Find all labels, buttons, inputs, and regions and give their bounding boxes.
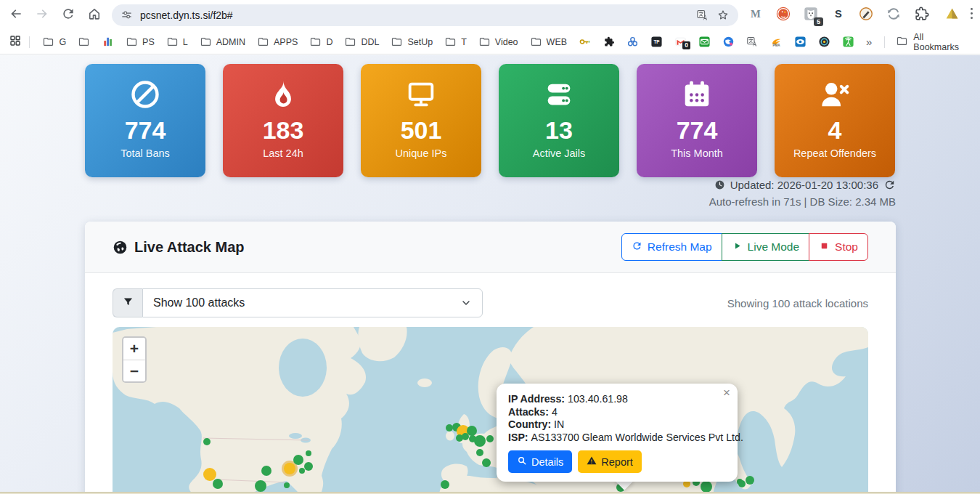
bookmark-key[interactable] [573,33,597,50]
stat-label: Total Bans [85,147,205,159]
bookmark-label: PS [142,37,155,47]
folder-icon [391,36,403,48]
bookmark-stats-favicon[interactable] [96,33,120,50]
attack-marker[interactable] [293,455,303,465]
attack-marker[interactable] [482,458,491,467]
attack-marker[interactable] [476,449,483,456]
attack-marker[interactable] [467,426,477,436]
attack-marker[interactable] [213,479,223,489]
popup-close-button[interactable]: × [723,386,730,399]
bookmark-phpmyadmin[interactable]: PMA [764,33,788,50]
forward-button[interactable] [32,5,52,25]
bookmark-puzzle[interactable] [597,33,621,50]
home-button[interactable] [84,5,105,25]
attack-marker[interactable] [701,481,712,493]
popup-button-label: Report [601,456,633,468]
mletter-icon: M [748,6,764,25]
malwarebytes-extension[interactable]: M [747,7,764,24]
attack-marker[interactable] [441,480,449,489]
address-bar[interactable]: pcsnet.dyn.ts.si/f2b# [112,4,738,26]
url-text[interactable]: pcsnet.dyn.ts.si/f2b# [140,9,689,21]
attack-marker[interactable] [304,462,313,471]
bookmark-folder-apps[interactable]: APPS [251,33,303,50]
live-mode-button[interactable]: Live Mode [722,233,810,261]
back-button[interactable] [6,5,26,25]
duckduckgo-extension[interactable] [775,7,792,24]
attack-marker[interactable] [738,480,746,487]
folder-icon [200,36,212,48]
attack-marker[interactable] [284,482,290,488]
bookmark-antenna[interactable] [836,33,860,50]
bookmark-folder-setup[interactable]: SetUp [385,33,438,50]
attack-marker[interactable] [203,438,211,445]
report-button[interactable]: Report [578,450,642,473]
stop-button[interactable]: Stop [809,233,868,261]
panel-title-text: Live Attack Map [134,239,245,256]
apps-grid-button[interactable] [7,34,23,50]
bookmark-star-icon[interactable] [716,9,730,22]
status-area: Updated: 2026-01-20 13:00:36 Auto-refres… [709,179,896,208]
bookmark-eye[interactable] [788,33,812,50]
refresh-data-icon[interactable] [883,179,896,191]
forward-icon [35,7,49,24]
attack-marker[interactable] [255,480,266,492]
bookmarks-overflow-button[interactable]: » [860,36,878,48]
pen-icon [858,6,874,25]
bookmark-folder-web[interactable]: WEB [524,33,573,50]
puzzledark-icon [603,36,615,48]
bookmark-gmail[interactable]: 0 [669,33,693,50]
puzzleoutline-icon [913,6,929,25]
browser-menu-button[interactable] [964,6,979,25]
translate-icon[interactable] [696,9,709,22]
attack-marker[interactable] [299,468,305,474]
bookmark-folder-t[interactable]: T [438,33,473,50]
bookmark-folder-d[interactable]: D [303,33,338,50]
tbird-icon [722,36,735,48]
action-label: Live Mode [748,240,800,254]
attack-marker[interactable] [746,476,754,485]
bookmark-rings[interactable] [621,33,645,50]
bookmark-mail[interactable] [693,33,716,50]
bookmark-label: ADMIN [216,37,245,47]
bookmark-folder-ps[interactable]: PS [120,33,160,50]
attack-marker[interactable] [261,466,271,476]
all-bookmarks-button[interactable]: All Bookmarks [891,32,973,52]
bookmark-folder-admin[interactable]: ADMIN [194,33,251,50]
attack-marker[interactable] [306,450,311,456]
bookmark-folder-ddl[interactable]: DDL [338,33,385,50]
folder-icon [444,36,457,48]
profile-avatar[interactable] [944,6,960,25]
bookmarks-right: » All Bookmarks [860,32,973,52]
attack-marker[interactable] [486,435,494,442]
bookmark-translate[interactable] [740,33,764,50]
privacy-badger-extension[interactable]: 5 [802,7,820,24]
recycle-extension[interactable] [885,7,902,24]
pen-extension[interactable] [857,7,875,24]
stylus-extension[interactable]: S [830,7,847,24]
bookmark-camera[interactable] [812,33,836,50]
extensions-menu[interactable] [912,7,930,24]
details-button[interactable]: Details [508,450,572,473]
bookmark-tp[interactable]: TP [645,33,669,50]
bookmark-label: D [326,37,332,47]
action-label: Refresh Map [648,240,712,254]
extension-badge: 5 [814,17,823,26]
attack-count-select[interactable]: Show 100 attacks [142,288,483,317]
bookmark-folder-g[interactable]: G [36,33,72,50]
site-info-icon[interactable] [121,9,133,21]
extension-icons: M5S [747,7,930,24]
attack-marker[interactable] [474,435,486,447]
bookmark-folder-l[interactable]: L [160,33,194,50]
bookmark-folder-unnamed[interactable] [72,33,96,50]
chevron-down-icon [460,297,472,309]
zoom-out-button[interactable]: − [123,360,145,381]
attack-marker[interactable] [284,463,295,474]
bookmark-folder-video[interactable]: Video [473,33,524,50]
bookmark-label: DDL [361,37,379,47]
refresh-map-button[interactable]: Refresh Map [621,233,722,261]
bookmark-thunderbird[interactable] [716,33,740,50]
reload-button[interactable] [58,5,78,25]
zoom-in-button[interactable]: + [123,338,145,360]
attack-map[interactable]: + − × IP Address:103.40.61.98Attacks:4Co… [113,327,868,494]
camera-icon [818,36,830,48]
